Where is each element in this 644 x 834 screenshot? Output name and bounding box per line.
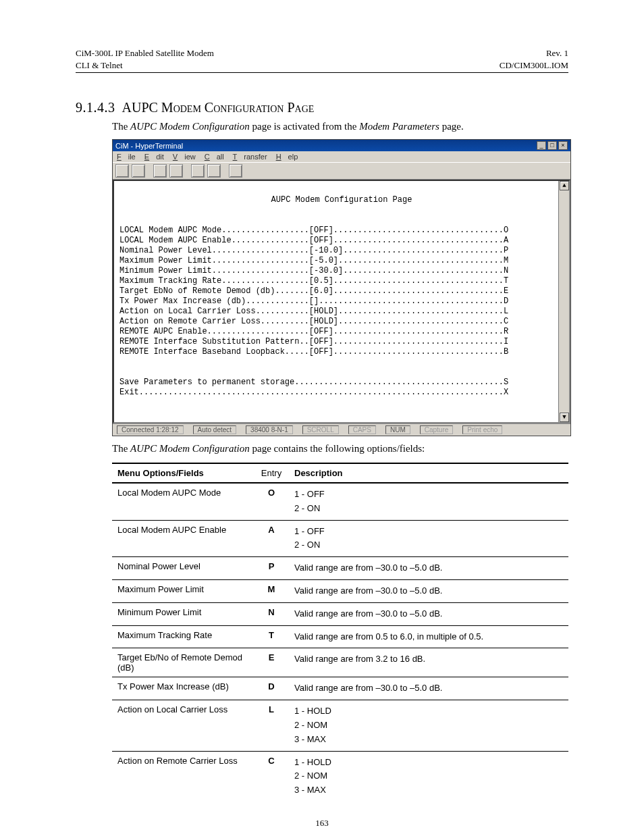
- table-row: Target Eb/No of Remote Demod (dB)E Valid…: [112, 648, 568, 677]
- table-row: Maximum Tracking RateT Valid range are f…: [112, 625, 568, 648]
- status-caps: CAPS: [348, 425, 376, 434]
- cell-entry: A: [254, 520, 289, 557]
- table-row: Maximum Power LimitM Valid range are fro…: [112, 580, 568, 603]
- table-row: Local Modem AUPC EnableA 1 - OFF 2 - ON: [112, 520, 568, 557]
- col-header-desc: Description: [289, 463, 568, 483]
- options-table: Menu Options/Fields Entry Description Lo…: [112, 463, 568, 802]
- menu-view[interactable]: View: [173, 153, 196, 161]
- cell-entry: E: [254, 648, 289, 677]
- table-row: Nominal Power LevelP Valid range are fro…: [112, 557, 568, 580]
- table-row: Tx Power Max Increase (dB)D Valid range …: [112, 677, 568, 700]
- cell-desc: 1 - OFF 2 - ON: [289, 520, 568, 557]
- menu-help[interactable]: Help: [276, 153, 298, 161]
- toolbar-btn-2[interactable]: [132, 164, 145, 178]
- scroll-down-icon[interactable]: ▼: [560, 413, 569, 422]
- status-detect: Auto detect: [193, 425, 237, 434]
- cell-field: Tx Power Max Increase (dB): [112, 677, 254, 700]
- close-icon[interactable]: ×: [558, 141, 568, 150]
- page-header: CiM-300L IP Enabled Satellite Modem CLI …: [76, 47, 568, 73]
- col-header-entry: Entry: [254, 463, 289, 483]
- cell-field: Maximum Power Limit: [112, 580, 254, 603]
- cell-desc: Valid range are from –30.0 to –5.0 dB.: [289, 677, 568, 700]
- cell-desc: Valid range are from –30.0 to –5.0 dB.: [289, 557, 568, 580]
- header-left-line1: CiM-300L IP Enabled Satellite Modem: [76, 47, 214, 59]
- cell-entry: O: [254, 483, 289, 520]
- table-header-row: Menu Options/Fields Entry Description: [112, 463, 568, 483]
- status-baud: 38400 8-N-1: [246, 425, 293, 434]
- cell-entry: L: [254, 700, 289, 751]
- toolbar-btn-5[interactable]: [191, 164, 205, 178]
- cell-field: Maximum Tracking Rate: [112, 625, 254, 648]
- cell-desc: 1 - OFF 2 - ON: [289, 483, 568, 520]
- toolbar-btn-4[interactable]: [169, 164, 183, 178]
- note-paragraph: The AUPC Modem Configuration page contai…: [112, 443, 568, 454]
- cell-field: Nominal Power Level: [112, 557, 254, 580]
- hyperterminal-window: CiM - HyperTerminal _ □ × File Edit View…: [112, 139, 571, 436]
- terminal-page-title: AUPC Modem Configuration Page: [119, 195, 564, 205]
- toolbar-btn-1[interactable]: [115, 164, 129, 178]
- section-title-text: AUPC Modem Configuration Page: [122, 100, 315, 115]
- cell-field: Action on Local Carrier Loss: [112, 700, 254, 751]
- table-row: Action on Local Carrier LossL 1 - HOLD 2…: [112, 700, 568, 751]
- table-row: Local Modem AUPC ModeO 1 - OFF 2 - ON: [112, 483, 568, 520]
- table-row: Minimum Power LimitN Valid range are fro…: [112, 602, 568, 625]
- col-header-field: Menu Options/Fields: [112, 463, 254, 483]
- menu-edit[interactable]: Edit: [144, 153, 164, 161]
- scroll-up-icon[interactable]: ▲: [560, 181, 569, 190]
- status-capture: Capture: [420, 425, 454, 434]
- header-right-line2: CD/CIM300L.IOM: [500, 59, 568, 72]
- cell-entry: T: [254, 625, 289, 648]
- cell-field: Local Modem AUPC Enable: [112, 520, 254, 557]
- maximize-icon[interactable]: □: [547, 141, 557, 150]
- terminal-body: LOCAL Modem AUPC Mode..................[…: [119, 226, 508, 397]
- cell-field: Local Modem AUPC Mode: [112, 483, 254, 520]
- titlebar: CiM - HyperTerminal _ □ ×: [113, 140, 570, 151]
- cell-field: Minimum Power Limit: [112, 602, 254, 625]
- cell-entry: D: [254, 677, 289, 700]
- toolbar-btn-6[interactable]: [207, 164, 221, 178]
- minimize-icon[interactable]: _: [537, 141, 546, 150]
- cell-desc: Valid range are from –30.0 to –5.0 dB.: [289, 602, 568, 625]
- menu-call[interactable]: Call: [205, 153, 224, 161]
- menu-file[interactable]: File: [117, 153, 136, 161]
- toolbar: [113, 162, 570, 180]
- menubar[interactable]: File Edit View Call Transfer Help: [113, 151, 570, 162]
- cell-desc: Valid range are from –30.0 to –5.0 dB.: [289, 580, 568, 603]
- section-heading: 9.1.4.3 AUPC Modem Configuration Page: [76, 100, 568, 115]
- cell-entry: N: [254, 602, 289, 625]
- scrollbar[interactable]: ▲ ▼: [558, 181, 569, 422]
- table-row: Action on Remote Carrier LossC 1 - HOLD …: [112, 751, 568, 802]
- cell-entry: M: [254, 580, 289, 603]
- header-left-line2: CLI & Telnet: [76, 59, 214, 72]
- cell-field: Target Eb/No of Remote Demod (dB): [112, 648, 254, 677]
- cell-desc: Valid range are from 3.2 to 16 dB.: [289, 648, 568, 677]
- cell-entry: C: [254, 751, 289, 802]
- menu-transfer[interactable]: Transfer: [233, 153, 267, 161]
- section-number: 9.1.4.3: [76, 100, 115, 115]
- cell-desc: 1 - HOLD 2 - NOM 3 - MAX: [289, 700, 568, 751]
- cell-field: Action on Remote Carrier Loss: [112, 751, 254, 802]
- header-right-line1: Rev. 1: [500, 47, 568, 59]
- terminal-screenshot: CiM - HyperTerminal _ □ × File Edit View…: [112, 139, 568, 436]
- statusbar: Connected 1:28:12 Auto detect 38400 8-N-…: [113, 423, 570, 436]
- status-connected: Connected 1:28:12: [117, 425, 184, 434]
- status-printecho: Print echo: [462, 425, 502, 434]
- cell-desc: 1 - HOLD 2 - NOM 3 - MAX: [289, 751, 568, 802]
- toolbar-btn-7[interactable]: [229, 164, 242, 178]
- page-number: 163: [76, 818, 568, 829]
- toolbar-btn-3[interactable]: [153, 164, 167, 178]
- status-num: NUM: [385, 425, 410, 434]
- cell-desc: Valid range are from 0.5 to 6.0, in mult…: [289, 625, 568, 648]
- header-left: CiM-300L IP Enabled Satellite Modem CLI …: [76, 47, 214, 71]
- window-title: CiM - HyperTerminal: [115, 142, 183, 150]
- status-scroll: SCROLL: [302, 425, 339, 434]
- cell-entry: P: [254, 557, 289, 580]
- intro-paragraph: The AUPC Modem Configuration page is act…: [112, 121, 568, 132]
- terminal-viewport[interactable]: AUPC Modem Configuration Page LOCAL Mode…: [113, 180, 570, 423]
- header-right: Rev. 1 CD/CIM300L.IOM: [500, 47, 568, 71]
